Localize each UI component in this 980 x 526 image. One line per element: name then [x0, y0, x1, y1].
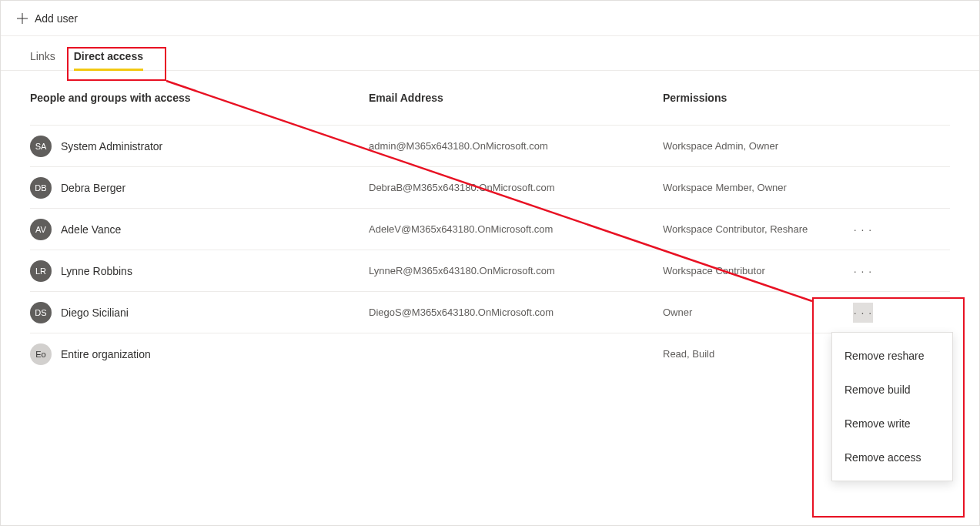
- menu-item-remove-access[interactable]: Remove access: [832, 441, 952, 474]
- menu-item-remove-write[interactable]: Remove write: [832, 407, 952, 441]
- user-email: admin@M365x643180.OnMicrosoft.com: [369, 140, 663, 152]
- user-email: AdeleV@M365x643180.OnMicrosoft.com: [369, 223, 663, 235]
- table-row: AVAdele VanceAdeleV@M365x643180.OnMicros…: [30, 208, 950, 250]
- user-name: Adele Vance: [61, 223, 121, 236]
- avatar: Eo: [30, 343, 52, 365]
- user-permissions: Workspace Contributor: [663, 265, 840, 276]
- tabs: Links Direct access: [1, 36, 979, 71]
- user-name: Diego Siciliani: [61, 307, 129, 319]
- user-email: DebraB@M365x643180.OnMicrosoft.com: [369, 182, 663, 193]
- access-table: People and groups with access Email Addr…: [1, 71, 979, 374]
- avatar: AV: [30, 219, 52, 240]
- user-permissions: Read, Build: [663, 348, 840, 360]
- avatar: LR: [30, 260, 52, 282]
- header-people: People and groups with access: [30, 92, 369, 104]
- toolbar: Add user: [1, 1, 979, 36]
- tab-direct-access[interactable]: Direct access: [74, 50, 143, 70]
- table-row: LRLynne RobbinsLynneR@M365x643180.OnMicr…: [30, 250, 950, 291]
- plus-icon: [16, 12, 28, 25]
- table-row: SASystem Administratoradmin@M365x643180.…: [30, 125, 950, 166]
- tab-links[interactable]: Links: [30, 50, 55, 70]
- avatar: SA: [30, 136, 52, 157]
- user-email: DiegoS@M365x643180.OnMicrosoft.com: [369, 307, 663, 318]
- more-actions-button[interactable]: · · ·: [853, 261, 873, 281]
- table-row: DBDebra BergerDebraB@M365x643180.OnMicro…: [30, 166, 950, 208]
- table-row: DSDiego SicilianiDiegoS@M365x643180.OnMi…: [30, 291, 950, 333]
- add-user-label: Add user: [35, 12, 78, 25]
- more-actions-button[interactable]: · · ·: [853, 303, 873, 323]
- user-permissions: Workspace Admin, Owner: [663, 140, 840, 152]
- table-header: People and groups with access Email Addr…: [30, 71, 950, 125]
- ellipsis-icon: · · ·: [854, 266, 872, 276]
- user-permissions: Owner: [663, 307, 840, 318]
- header-permissions: Permissions: [663, 92, 840, 104]
- header-email: Email Address: [369, 92, 663, 104]
- ellipsis-icon: · · ·: [854, 224, 872, 235]
- permissions-panel: Add user Links Direct access People and …: [0, 0, 980, 526]
- context-menu: Remove reshare Remove build Remove write…: [831, 332, 953, 481]
- menu-item-remove-reshare[interactable]: Remove reshare: [832, 339, 952, 373]
- more-actions-button[interactable]: · · ·: [853, 219, 873, 240]
- avatar: DB: [30, 177, 52, 199]
- add-user-button[interactable]: Add user: [16, 12, 78, 25]
- user-email: LynneR@M365x643180.OnMicrosoft.com: [369, 265, 663, 276]
- user-name: System Administrator: [61, 140, 162, 152]
- ellipsis-icon: · · ·: [854, 307, 872, 318]
- user-name: Lynne Robbins: [61, 265, 132, 277]
- user-permissions: Workspace Member, Owner: [663, 182, 840, 193]
- user-permissions: Workspace Contributor, Reshare: [663, 223, 840, 235]
- avatar: DS: [30, 302, 52, 323]
- user-name: Debra Berger: [61, 182, 125, 194]
- user-name: Entire organization: [61, 348, 151, 360]
- menu-item-remove-build[interactable]: Remove build: [832, 373, 952, 407]
- table-row: EoEntire organizationRead, Build: [30, 333, 950, 374]
